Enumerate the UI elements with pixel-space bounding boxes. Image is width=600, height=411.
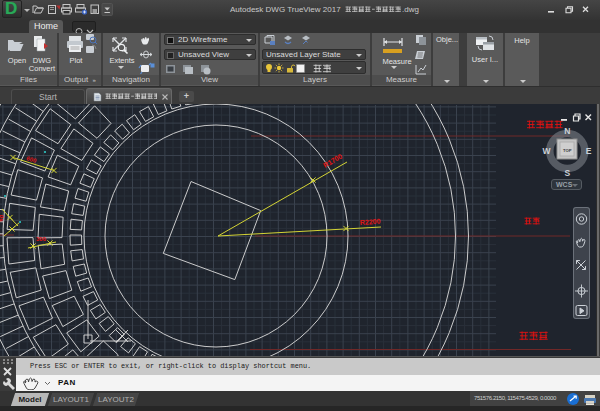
svg-text:E: E (586, 146, 592, 156)
svg-text:TOP: TOP (563, 148, 572, 153)
svg-text:W: W (542, 146, 551, 156)
svg-text:N: N (564, 126, 570, 136)
svg-text:S: S (564, 168, 570, 178)
